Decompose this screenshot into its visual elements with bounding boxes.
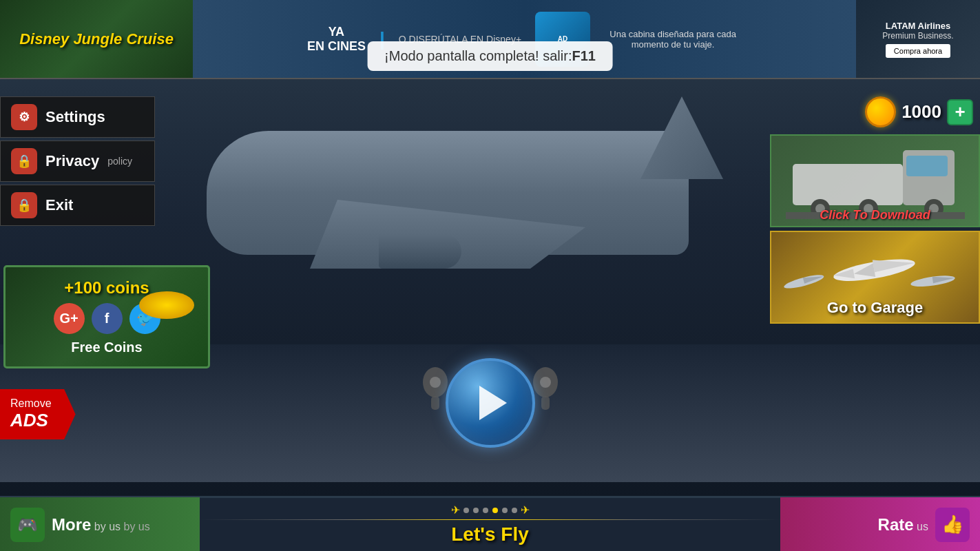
more-by-us-button[interactable]: 🎮 More by us by us — [0, 497, 200, 552]
nav-dot-1[interactable] — [463, 508, 469, 513]
nav-dot-4[interactable] — [492, 508, 498, 513]
privacy-label: Privacy — [45, 152, 99, 170]
remove-ads-button[interactable]: Remove ADS — [0, 389, 76, 439]
arrow-left-icon: ✈ — [451, 503, 460, 517]
ads-text: ADS — [10, 410, 52, 431]
nav-dot-2[interactable] — [473, 508, 479, 513]
left-menu: ⚙ Settings 🔒 Privacy policy 🔒 Exit — [0, 96, 155, 226]
exit-button[interactable]: 🔒 Exit — [0, 185, 155, 226]
nav-dots — [463, 508, 517, 513]
svg-rect-2 — [906, 156, 948, 176]
top-ad-airline[interactable]: LATAM Airlines Premium Business. Compra … — [856, 0, 980, 79]
rate-text: Rate — [878, 515, 914, 534]
remove-text: Remove — [10, 397, 52, 410]
thumbs-up-icon: 👍 — [935, 508, 970, 542]
svg-point-16 — [910, 273, 955, 289]
coin-icon — [865, 96, 896, 127]
nav-dot-5[interactable] — [502, 508, 508, 513]
airplane-body — [172, 90, 758, 365]
add-coins-button[interactable]: + — [947, 99, 973, 125]
click-to-download-label: Click To Download — [771, 208, 979, 222]
ad-ya-text: YA — [307, 25, 366, 39]
airline-tier: Premium Business. — [882, 31, 953, 41]
ad-cines-text: EN CINES — [307, 39, 366, 54]
play-triangle-icon — [479, 386, 507, 420]
privacy-policy-button[interactable]: 🔒 Privacy policy — [0, 141, 155, 182]
center-navigation: ✈ ✈ Let's Fly — [200, 503, 780, 545]
play-circle — [446, 358, 535, 448]
by-us-sub: by us — [124, 521, 150, 532]
more-by-us-text-group: More by us by us — [52, 515, 150, 534]
free-coins-panel[interactable]: +100 coins G+ f 🐦 Free Coins — [3, 265, 210, 368]
rate-us-text-group: Rate us — [878, 515, 928, 534]
lets-fly-text: Let's Fly — [200, 523, 780, 545]
settings-button[interactable]: ⚙ Settings — [0, 96, 155, 138]
exit-icon: 🔒 — [11, 192, 37, 218]
truck-svg — [786, 143, 965, 219]
coins-top-text: +100 coins — [64, 278, 149, 298]
svg-point-20 — [430, 377, 441, 388]
privacy-sub: policy — [107, 156, 132, 167]
svg-rect-0 — [793, 164, 903, 205]
nav-dot-3[interactable] — [483, 508, 488, 513]
go-to-garage-label: Go to Garage — [771, 299, 979, 317]
svg-point-14 — [782, 272, 824, 291]
exit-label: Exit — [45, 196, 73, 214]
play-button[interactable] — [439, 351, 542, 455]
arrow-right-icon: ✈ — [521, 503, 530, 517]
privacy-icon: 🔒 — [11, 148, 37, 174]
free-coins-label: Free Coins — [71, 340, 142, 355]
svg-rect-19 — [431, 396, 439, 410]
facebook-icon[interactable]: f — [92, 303, 123, 334]
fullscreen-text: ¡Modo pantalla completa! salir: — [384, 48, 572, 63]
buy-now-button[interactable]: Compra ahora — [886, 44, 950, 58]
svg-point-23 — [540, 377, 551, 388]
bottom-bar: 🎮 More by us by us ✈ ✈ — [0, 496, 980, 551]
coin-display: 1000 + — [865, 96, 973, 127]
f11-key: F11 — [572, 48, 595, 63]
google-plus-icon[interactable]: G+ — [54, 303, 85, 334]
svg-rect-22 — [541, 396, 550, 410]
fullscreen-notice: ¡Modo pantalla completa! salir:F11 — [367, 41, 613, 71]
gamepad-icon: 🎮 — [10, 508, 45, 542]
right-panels: Click To Download — [770, 134, 980, 324]
settings-icon: ⚙ — [11, 104, 37, 130]
airline-name: LATAM Airlines — [886, 21, 950, 31]
settings-label: Settings — [45, 108, 105, 126]
nav-dot-6[interactable] — [512, 508, 517, 513]
rate-sub-text: us — [917, 521, 928, 532]
coin-amount: 1000 — [901, 101, 941, 123]
airline-tagline: Una cabina diseñada para cada momento de… — [604, 29, 742, 50]
rate-us-button[interactable]: Rate us 👍 — [780, 497, 980, 552]
more-text: More — [52, 515, 91, 534]
coins-pile-image — [139, 291, 194, 319]
play-outer-ring — [439, 351, 542, 455]
top-ad-movie[interactable]: Disney Jungle Cruise — [0, 0, 193, 79]
go-to-garage-panel[interactable]: Go to Garage — [770, 231, 980, 324]
movie-title: Disney Jungle Cruise — [19, 30, 174, 48]
by-us-text: by us — [94, 521, 121, 532]
truck-download-panel[interactable]: Click To Download — [770, 134, 980, 227]
